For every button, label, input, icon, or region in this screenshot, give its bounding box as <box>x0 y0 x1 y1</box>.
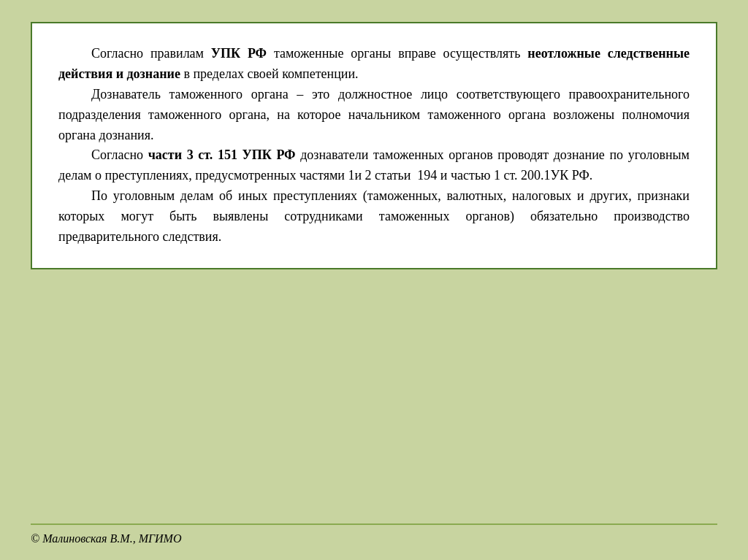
main-content-box: Согласно правилам УПК РФ таможенные орга… <box>31 22 717 269</box>
footer-area: © Малиновская В.М., МГИМО <box>31 509 717 545</box>
paragraph-3: Согласно части 3 ст. 151 УПК РФ дознават… <box>58 145 690 186</box>
paragraph-4: По уголовным делам об иных преступлениях… <box>58 186 690 248</box>
footer-text: © Малиновская В.М., МГИМО <box>31 532 717 545</box>
text-content: Согласно правилам УПК РФ таможенные орга… <box>58 44 690 248</box>
paragraph-2: Дознаватель таможенного органа – это дол… <box>58 85 690 146</box>
divider-line <box>31 523 717 525</box>
paragraph-1: Согласно правилам УПК РФ таможенные орга… <box>58 44 690 85</box>
